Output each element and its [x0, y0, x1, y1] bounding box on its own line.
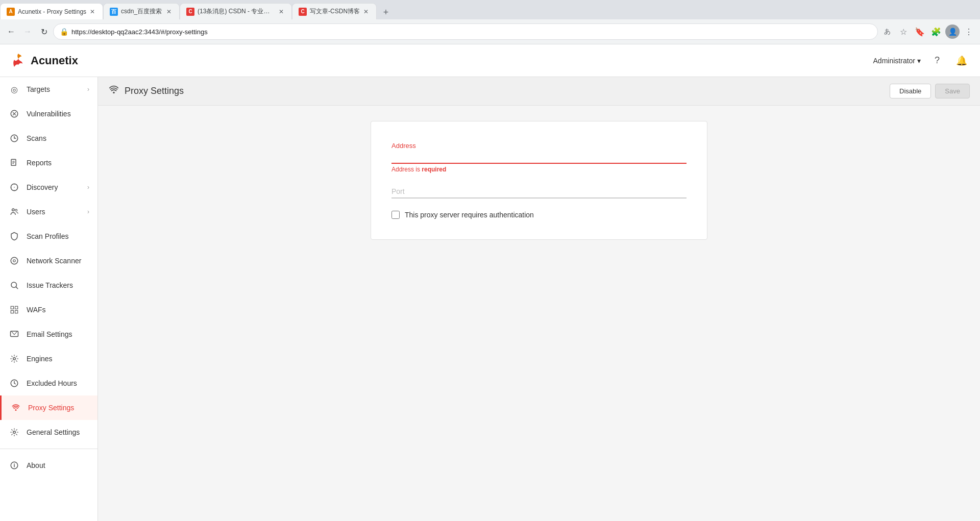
scan-profiles-icon: [8, 230, 20, 242]
page-header: Proxy Settings Disable Save: [98, 77, 980, 106]
sidebar-item-excluded-hours[interactable]: Excluded Hours: [0, 371, 97, 395]
tab-favicon-3: C: [186, 8, 194, 16]
address-bar[interactable]: 🔒 https://desktop-qq2aac2:3443/#/proxy-s…: [53, 23, 878, 40]
proxy-settings-icon: [10, 402, 22, 414]
tab-title-1: Acunetix - Proxy Settings: [18, 8, 86, 15]
tab-close-4[interactable]: ✕: [362, 8, 370, 16]
sidebar-label-targets: Targets: [27, 85, 87, 93]
tab-close-3[interactable]: ✕: [277, 8, 285, 16]
sidebar-label-network-scanner: Network Scanner: [27, 257, 89, 265]
tab-close-1[interactable]: ✕: [88, 8, 96, 16]
profile-button[interactable]: 👤: [945, 24, 960, 39]
sidebar-label-users: Users: [27, 208, 87, 216]
browser-toolbar: ← → ↻ 🔒 https://desktop-qq2aac2:3443/#/p…: [0, 19, 980, 44]
issue-trackers-icon: [8, 279, 20, 291]
targets-icon: ◎: [8, 83, 20, 95]
sidebar-label-proxy-settings: Proxy Settings: [28, 404, 89, 412]
app-logo: Acunetix: [10, 53, 78, 69]
admin-label: Administrator: [873, 57, 915, 65]
about-icon: [8, 459, 20, 472]
header-actions: Disable Save: [890, 84, 970, 98]
sidebar-item-vulnerabilities[interactable]: Vulnerabilities: [0, 102, 97, 126]
sidebar-item-reports[interactable]: Reports: [0, 151, 97, 175]
admin-dropdown[interactable]: Administrator ▾: [873, 57, 921, 65]
disable-button[interactable]: Disable: [890, 84, 931, 98]
sidebar-label-issue-trackers: Issue Trackers: [27, 281, 89, 289]
save-button[interactable]: Save: [935, 84, 970, 98]
url-text: https://desktop-qq2aac2:3443/#/proxy-set…: [71, 28, 871, 36]
svg-rect-14: [11, 306, 13, 309]
proxy-form-card: Address Address is required This proxy s…: [371, 121, 707, 240]
bookmark-icon[interactable]: 🔖: [913, 24, 927, 39]
browser-tab-1[interactable]: A Acunetix - Proxy Settings ✕: [0, 3, 103, 19]
forward-button[interactable]: →: [20, 24, 35, 39]
tab-title-4: 写文章-CSDN博客: [310, 7, 360, 16]
refresh-button[interactable]: ↻: [37, 24, 51, 39]
page-title-text: Proxy Settings: [125, 86, 184, 96]
translate-icon[interactable]: あ: [880, 24, 894, 39]
browser-tab-3[interactable]: C (13条消息) CSDN - 专业开发者社... ✕: [180, 3, 292, 19]
help-button[interactable]: ?: [929, 53, 945, 69]
sidebar-label-vulnerabilities: Vulnerabilities: [27, 110, 89, 118]
svg-point-8: [12, 209, 15, 211]
tab-favicon-1: A: [7, 8, 15, 16]
network-scanner-icon: [8, 255, 20, 267]
sidebar-item-wafs[interactable]: WAFs: [0, 297, 97, 322]
sidebar-label-scan-profiles: Scan Profiles: [27, 232, 89, 240]
browser-chrome: A Acunetix - Proxy Settings ✕ 百 csdn_百度搜…: [0, 0, 980, 44]
address-input[interactable]: [391, 151, 687, 164]
menu-button[interactable]: ⋮: [962, 24, 976, 39]
sidebar-item-scans[interactable]: Scans: [0, 126, 97, 151]
address-label: Address: [391, 142, 687, 150]
sidebar-item-targets[interactable]: ◎ Targets ›: [0, 77, 97, 102]
toolbar-actions: あ ☆ 🔖 🧩 👤 ⋮: [880, 24, 976, 39]
auth-checkbox-label: This proxy server requires authenticatio…: [405, 211, 534, 219]
address-error-strong: required: [422, 166, 446, 173]
svg-point-21: [15, 409, 17, 411]
sidebar-item-network-scanner[interactable]: Network Scanner: [0, 249, 97, 273]
tab-title-2: csdn_百度搜索: [121, 7, 163, 16]
new-tab-button[interactable]: +: [379, 5, 393, 19]
logo-text: Acunetix: [31, 54, 78, 67]
auth-checkbox-row: This proxy server requires authenticatio…: [391, 211, 687, 219]
sidebar-item-general-settings[interactable]: General Settings: [0, 420, 97, 444]
auth-checkbox[interactable]: [391, 211, 400, 219]
sidebar-label-about: About: [27, 461, 89, 469]
logo-icon: [10, 53, 27, 69]
port-input[interactable]: [391, 185, 687, 199]
sidebar-item-users[interactable]: Users ›: [0, 200, 97, 224]
browser-tab-4[interactable]: C 写文章-CSDN博客 ✕: [292, 3, 377, 19]
sidebar-item-issue-trackers[interactable]: Issue Trackers: [0, 273, 97, 297]
app-header: Acunetix Administrator ▾ ? 🔔: [0, 44, 980, 77]
sidebar-item-email-settings[interactable]: Email Settings: [0, 322, 97, 346]
general-settings-icon: [8, 426, 20, 438]
extensions-icon[interactable]: 🧩: [929, 24, 943, 39]
notification-button[interactable]: 🔔: [953, 53, 970, 69]
tab-close-2[interactable]: ✕: [165, 8, 173, 16]
svg-line-13: [16, 287, 17, 288]
back-button[interactable]: ←: [4, 24, 18, 39]
sidebar-item-about[interactable]: About: [0, 453, 97, 478]
page-header-title: Proxy Settings: [108, 84, 184, 98]
reports-icon: [8, 157, 20, 169]
sidebar-item-proxy-settings[interactable]: Proxy Settings: [0, 395, 97, 420]
port-field: [391, 185, 687, 199]
svg-point-9: [15, 209, 17, 211]
sidebar-item-scan-profiles[interactable]: Scan Profiles: [0, 224, 97, 249]
header-right: Administrator ▾ ? 🔔: [873, 53, 970, 69]
sidebar-item-discovery[interactable]: Discovery ›: [0, 175, 97, 200]
tab-title-3: (13条消息) CSDN - 专业开发者社...: [198, 7, 275, 16]
discovery-icon: [8, 181, 20, 193]
star-icon[interactable]: ☆: [896, 24, 911, 39]
main-panel: Proxy Settings Disable Save Address Addr…: [98, 77, 980, 521]
sidebar: ◎ Targets › Vulnerabilities Scans: [0, 77, 98, 521]
sidebar-item-engines[interactable]: Engines: [0, 346, 97, 371]
users-arrow-icon: ›: [87, 208, 89, 215]
sidebar-divider: [0, 449, 97, 449]
svg-point-10: [11, 257, 18, 264]
dropdown-arrow-icon: ▾: [917, 57, 921, 65]
tab-favicon-4: C: [299, 8, 307, 16]
browser-tab-2[interactable]: 百 csdn_百度搜索 ✕: [103, 3, 180, 19]
svg-point-22: [13, 431, 16, 434]
sidebar-label-discovery: Discovery: [27, 183, 87, 191]
